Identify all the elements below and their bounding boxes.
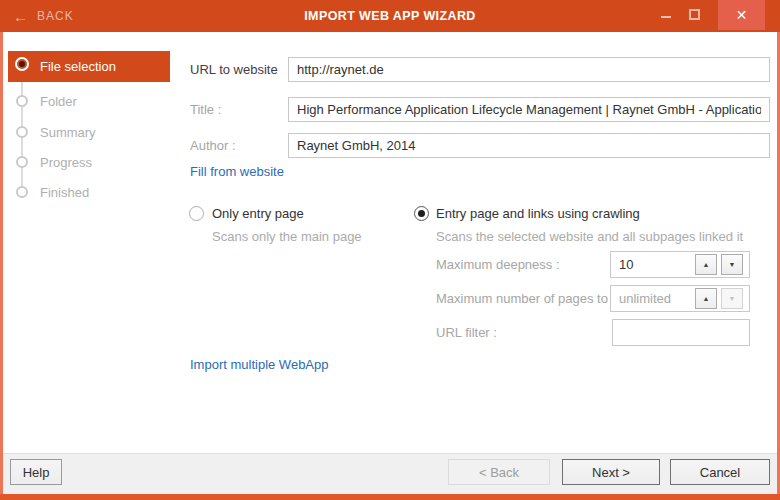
deepness-spin-down-button[interactable]: ▼ [721, 254, 743, 275]
title-field-border [288, 97, 770, 122]
import-multiple-webapp-link[interactable]: Import multiple WebApp [190, 357, 329, 372]
radio-only-entry-page-label: Only entry page [212, 206, 304, 221]
max-pages-spin-up-button[interactable]: ▲ [695, 288, 717, 309]
radio-entry-and-links-label: Entry page and links using crawling [436, 206, 640, 221]
sidebar-step-progress: Progress [40, 156, 92, 170]
window-border-bottom [0, 494, 780, 500]
title-label: Title : [190, 102, 221, 117]
max-deepness-field-border: ▲ ▼ [610, 251, 750, 278]
url-filter-field-border [612, 319, 750, 346]
help-button[interactable]: Help [10, 459, 62, 485]
step-circle-icon [16, 186, 28, 198]
radio-only-entry-page[interactable] [189, 206, 204, 221]
max-pages-spin-down-button: ▼ [721, 288, 743, 309]
author-label: Author : [190, 138, 236, 153]
step-file-selection-label: File selection [40, 51, 116, 82]
radio-entry-and-links[interactable] [414, 206, 429, 221]
cancel-button[interactable]: Cancel [670, 459, 770, 485]
radio-only-entry-page-desc: Scans only the main page [212, 229, 362, 244]
maximize-button[interactable] [684, 0, 706, 30]
radio-entry-and-links-desc: Scans the selected website and all subpa… [436, 229, 743, 244]
arrow-down-icon: ▼ [729, 261, 736, 268]
arrow-up-icon: ▲ [703, 261, 710, 268]
sidebar-step-finished: Finished [40, 186, 89, 200]
window-border-left [0, 32, 3, 494]
minimize-button[interactable] [655, 0, 677, 30]
title-input[interactable] [289, 98, 769, 121]
max-pages-field-border: ▲ ▼ [610, 285, 750, 312]
step-circle-icon [16, 126, 28, 138]
max-pages-input[interactable] [611, 286, 691, 311]
url-input[interactable] [289, 58, 769, 81]
url-label: URL to website [190, 62, 278, 77]
max-deepness-label: Maximum deepness : [436, 257, 560, 272]
step-active-circle-icon [15, 57, 29, 71]
minimize-icon [661, 16, 671, 18]
arrow-down-icon: ▼ [729, 295, 736, 302]
arrow-up-icon: ▲ [703, 295, 710, 302]
url-filter-label: URL filter : [436, 325, 497, 340]
step-circle-icon [16, 156, 28, 168]
author-field-border [288, 133, 770, 158]
footer-bar: Help < Back Next > Cancel [3, 453, 777, 494]
step-circle-icon [16, 95, 28, 107]
url-field-border [288, 57, 770, 82]
url-filter-input[interactable] [613, 320, 749, 345]
back-button: < Back [448, 459, 550, 485]
close-icon: ✕ [736, 7, 748, 23]
fill-from-website-link[interactable]: Fill from website [190, 164, 284, 179]
next-button[interactable]: Next > [562, 459, 660, 485]
close-button[interactable]: ✕ [718, 0, 765, 30]
maximize-icon [689, 9, 700, 20]
author-input[interactable] [289, 134, 769, 157]
deepness-spin-up-button[interactable]: ▲ [695, 254, 717, 275]
sidebar-step-folder: Folder [40, 95, 77, 109]
title-bar: ← BACK IMPORT WEB APP WIZARD ✕ [0, 0, 780, 32]
sidebar-step-summary: Summary [40, 126, 96, 140]
import-web-app-wizard-window: ← BACK IMPORT WEB APP WIZARD ✕ File sele… [0, 0, 780, 500]
max-deepness-input[interactable] [611, 252, 691, 277]
